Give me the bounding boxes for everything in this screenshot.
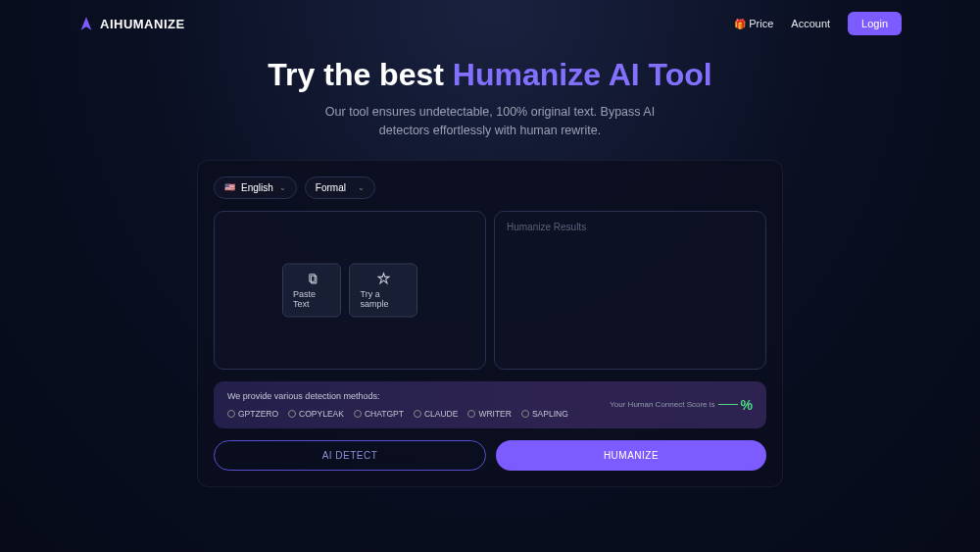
- radio-gptzero[interactable]: GPTZERO: [227, 409, 278, 419]
- nav-price[interactable]: 🎁Price: [734, 18, 773, 29]
- humanize-button[interactable]: HUMANIZE: [496, 440, 766, 471]
- paste-icon: [306, 272, 318, 284]
- radio-icon: [227, 410, 235, 418]
- radio-icon: [521, 410, 529, 418]
- tone-dropdown[interactable]: Formal ⌄: [305, 176, 375, 199]
- logo[interactable]: AIHUMANIZE: [78, 16, 185, 31]
- input-textarea[interactable]: Paste Text Try a sample: [214, 211, 486, 370]
- radio-icon: [414, 410, 421, 418]
- textareas-row: Paste Text Try a sample Humanize Results: [214, 211, 766, 370]
- radio-sapling[interactable]: SAPLING: [521, 409, 568, 419]
- language-dropdown[interactable]: 🇺🇸 English ⌄: [214, 176, 297, 199]
- detection-bar: We provide various detection methods: GP…: [214, 381, 766, 428]
- flag-icon: 🇺🇸: [224, 182, 235, 192]
- hero-title: Try the best Humanize AI Tool: [0, 57, 980, 93]
- main-panel: 🇺🇸 English ⌄ Formal ⌄ Paste Text: [197, 160, 783, 487]
- detection-title: We provide various detection methods:: [227, 391, 610, 401]
- paste-text-button[interactable]: Paste Text: [282, 263, 341, 317]
- output-placeholder: Humanize Results: [507, 222, 586, 232]
- login-button[interactable]: Login: [848, 12, 902, 35]
- chevron-down-icon: ⌄: [279, 183, 286, 192]
- radio-copyleak[interactable]: COPYLEAK: [288, 409, 344, 419]
- radio-icon: [354, 410, 362, 418]
- radio-writer[interactable]: WRITER: [467, 409, 512, 419]
- ai-detect-button[interactable]: AI DETECT: [214, 440, 486, 471]
- star-icon: [377, 272, 390, 284]
- action-buttons: AI DETECT HUMANIZE: [214, 440, 766, 471]
- score-box: Your Human Connect Score is %: [610, 397, 753, 413]
- hero-subtitle: Our tool ensures undetectable, 100% orig…: [0, 103, 980, 140]
- try-sample-button[interactable]: Try a sample: [349, 263, 417, 317]
- hero: Try the best Humanize AI Tool Our tool e…: [0, 57, 980, 140]
- nav: 🎁Price Account Login: [734, 12, 902, 35]
- radio-chatgpt[interactable]: CHATGPT: [354, 409, 404, 419]
- percent-icon: %: [741, 397, 753, 413]
- logo-icon: [78, 16, 94, 31]
- radio-icon: [288, 410, 296, 418]
- radio-claude[interactable]: CLAUDE: [414, 409, 458, 419]
- detection-radios: GPTZERO COPYLEAK CHATGPT CLAUDE WRITER S…: [227, 409, 610, 419]
- gift-icon: 🎁: [734, 19, 746, 29]
- nav-account[interactable]: Account: [791, 18, 830, 29]
- radio-icon: [467, 410, 475, 418]
- logo-text: AIHUMANIZE: [100, 17, 185, 31]
- score-underline: [718, 404, 738, 405]
- output-textarea[interactable]: Humanize Results: [494, 211, 766, 370]
- chevron-down-icon: ⌄: [358, 183, 365, 192]
- controls-row: 🇺🇸 English ⌄ Formal ⌄: [214, 176, 766, 199]
